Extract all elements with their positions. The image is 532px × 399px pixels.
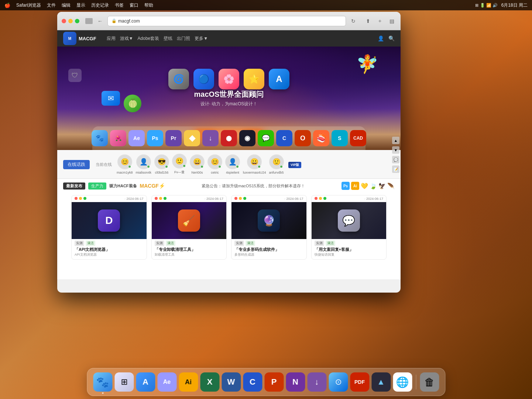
testflight-icon: ▲ bbox=[377, 377, 385, 387]
scroll-down-button[interactable]: ▼ bbox=[392, 146, 399, 154]
share-button[interactable]: ⬆ bbox=[364, 17, 373, 25]
hero-dock-sushi[interactable]: 🍣 bbox=[313, 130, 329, 146]
hero-dock-screenpresso[interactable]: S bbox=[332, 130, 348, 146]
new-tab-button[interactable]: ＋ bbox=[375, 17, 384, 25]
avatar: 🙂 bbox=[269, 154, 284, 169]
apple-menu[interactable]: 🍎 bbox=[4, 3, 10, 8]
dock-testflight[interactable]: ▲ bbox=[371, 372, 391, 392]
menu-safari[interactable]: Safari浏览器 bbox=[16, 2, 41, 8]
scroll-up-button[interactable]: ▲ bbox=[392, 137, 399, 144]
menu-help[interactable]: 帮助 bbox=[144, 2, 153, 8]
dock-downie[interactable]: ↓ bbox=[307, 372, 326, 392]
card-meta-1: 实测 满活 bbox=[72, 239, 147, 247]
app-card[interactable]: · 2024-06-17 D 实测 满活 「API文档浏览器」 API文档浏览器 bbox=[71, 195, 147, 260]
hero-dock-wechat[interactable]: 💬 bbox=[258, 130, 274, 146]
hero-text-overlay: macOS世界全面顾问 设计· 动力，为macOS设计！ bbox=[194, 89, 264, 107]
hero-app-photos[interactable]: 🌸 bbox=[219, 69, 239, 89]
menu-bar: 🍎 Safari浏览器 文件 编辑 显示 历史记录 书签 窗口 帮助 ⊞ 🔋 📶… bbox=[0, 0, 532, 10]
dock-excel[interactable]: X bbox=[200, 372, 219, 392]
app-card[interactable]: · 2024-06-17 🔮 实测 满活 「专业多形码生成软件」 多形码生成器 bbox=[231, 195, 307, 260]
refresh-button[interactable]: ↻ bbox=[349, 17, 358, 25]
online-button[interactable]: 在线话跌 bbox=[63, 160, 90, 169]
nav-photo[interactable]: 出门照 bbox=[177, 35, 190, 42]
sidebar-toggle-button[interactable] bbox=[85, 18, 93, 24]
minimize-button[interactable] bbox=[68, 19, 73, 23]
dock-copilot[interactable]: C bbox=[243, 372, 262, 392]
hero-dock-pr[interactable]: Pr bbox=[165, 130, 182, 146]
hero-dock-cad[interactable]: CAD bbox=[350, 130, 366, 146]
list-item: 😀 luxvermas4U24 bbox=[243, 154, 266, 174]
dock-finder[interactable]: 🐾 bbox=[93, 372, 112, 392]
hero-app-spiral[interactable]: 🌀 bbox=[168, 69, 189, 89]
menu-edit[interactable]: 编辑 bbox=[62, 2, 71, 8]
dot-green bbox=[164, 197, 167, 200]
menu-window[interactable]: 窗口 bbox=[130, 2, 138, 8]
hero-character: 🧚 bbox=[356, 54, 378, 75]
dock-safari[interactable]: ⊙ bbox=[329, 372, 348, 392]
avatar-name: 4spielent bbox=[226, 171, 239, 174]
nav-adobe[interactable]: Adobe套装 bbox=[138, 35, 159, 42]
hero-app-blue[interactable]: 🔵 bbox=[193, 69, 214, 89]
list-item: 😊 macm1yk8 bbox=[117, 154, 133, 174]
dock-word[interactable]: W bbox=[222, 372, 241, 392]
back-button[interactable]: ← bbox=[96, 17, 104, 25]
card-meta-3: 实测 满活 bbox=[231, 239, 306, 247]
close-button[interactable] bbox=[62, 19, 66, 23]
latest-header: 最新发布 生产力 驱力HACF装备 MACGF⚡ 紧急公告：请加升级macOS1… bbox=[63, 182, 395, 190]
dock-powerpoint[interactable]: P bbox=[264, 372, 284, 392]
app-card[interactable]: · 2024-06-17 🧹 实测 满活 「专业卸载清理工具」 卸载清理工具 bbox=[151, 195, 227, 260]
address-bar[interactable]: 🔒 macgf.com bbox=[107, 16, 346, 26]
hero-dock-proxyman[interactable]: ◉ bbox=[239, 130, 255, 146]
dock-onenote[interactable]: N bbox=[286, 372, 305, 392]
nav-wallpaper[interactable]: 壁纸 bbox=[164, 35, 172, 42]
dock-trash[interactable]: 🗑 bbox=[420, 372, 439, 392]
menu-bookmarks[interactable]: 书签 bbox=[115, 2, 124, 8]
dock-appstore[interactable]: A bbox=[136, 372, 155, 392]
hero-dock-office[interactable]: O bbox=[295, 130, 311, 146]
hero-dock-ae[interactable]: Ae bbox=[128, 130, 145, 146]
maximize-button[interactable] bbox=[75, 19, 79, 23]
nav-apps[interactable]: 应用 bbox=[107, 35, 116, 42]
dock-ai[interactable]: Ai bbox=[179, 372, 198, 392]
hero-app-yellow[interactable]: ⭐ bbox=[244, 69, 264, 89]
avatar-name: Neri00s bbox=[191, 171, 203, 174]
menu-bar-right: ⊞ 🔋 📶 🔊 6月18日 周二 bbox=[475, 2, 528, 8]
app-card[interactable]: · 2024-06-17 💬 实测 满活 「用文案回复+客服」 快捷短语回复 bbox=[311, 195, 387, 260]
onenote-icon: N bbox=[292, 377, 298, 387]
hero-dock-copilot[interactable]: C bbox=[276, 130, 292, 146]
hero-subtitle: 设计· 动力，为macOS设计！ bbox=[194, 101, 264, 107]
hero-dock-flyclean[interactable]: 🌺 bbox=[110, 130, 126, 146]
hero-dock-davinci[interactable]: ⬤ bbox=[221, 130, 237, 146]
hero-apps-row: 🌀 🔵 🌸 ⭐ A bbox=[168, 69, 289, 89]
scroll-comment-button[interactable]: 💬 bbox=[392, 156, 399, 163]
online-label: 当前在线 bbox=[96, 162, 112, 167]
dock-chrome[interactable]: 🌐 bbox=[393, 372, 412, 392]
site-logo-icon: M bbox=[63, 32, 76, 45]
menu-history[interactable]: 历史记录 bbox=[91, 2, 109, 8]
list-item: 🙂 Fv—量 bbox=[172, 154, 187, 175]
dock-pdf[interactable]: PDF bbox=[350, 372, 369, 392]
search-icon[interactable]: 🔍 bbox=[388, 35, 395, 41]
webpage-content: M MACGF 应用 游戏▼ Adobe套装 壁纸 出门照 更多▼ 👤 🔍 bbox=[57, 30, 401, 279]
card-subtitle-2: 卸载清理工具 bbox=[152, 252, 227, 259]
list-item: 🙂 anfurvdb5 bbox=[269, 154, 284, 174]
menu-bar-left: 🍎 Safari浏览器 文件 编辑 显示 历史记录 书签 窗口 帮助 bbox=[4, 2, 153, 8]
hero-dock-ps[interactable]: Ps bbox=[147, 130, 163, 146]
dot-green bbox=[243, 197, 246, 200]
hero-dock-sketch[interactable]: ◆ bbox=[184, 130, 200, 146]
scroll-note-button[interactable]: 📝 bbox=[392, 166, 399, 173]
nav-games[interactable]: 游戏▼ bbox=[120, 35, 133, 42]
user-icon[interactable]: 👤 bbox=[378, 35, 384, 41]
finder-icon: 🐾 bbox=[96, 376, 109, 388]
site-logo-text: MACGF bbox=[79, 36, 96, 41]
hero-app-appstore[interactable]: A bbox=[269, 69, 289, 89]
hero-dock-finder[interactable]: 🐾 bbox=[92, 130, 108, 146]
dock-ae[interactable]: Ae bbox=[157, 372, 176, 392]
menu-view[interactable]: 显示 bbox=[76, 2, 85, 8]
nav-more[interactable]: 更多▼ bbox=[195, 35, 208, 42]
menu-file[interactable]: 文件 bbox=[47, 2, 56, 8]
sidebar-button[interactable]: ▤ bbox=[387, 17, 396, 25]
hero-dock-downie[interactable]: ↓ bbox=[202, 130, 219, 146]
site-logo: M MACGF bbox=[63, 32, 96, 45]
dock-launchpad[interactable]: ⊞ bbox=[114, 372, 134, 392]
